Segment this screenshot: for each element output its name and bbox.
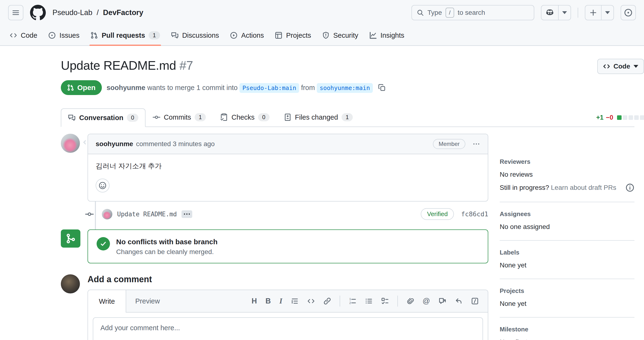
italic-button[interactable]: I <box>279 297 282 305</box>
breadcrumb-repo[interactable]: DevFactory <box>103 8 143 17</box>
pr-title-row: Update README.md #7 Code <box>61 57 644 74</box>
checklist-icon <box>220 113 228 121</box>
pr-status-row: Open soohyunme wants to merge 1 commit i… <box>61 80 488 95</box>
diff-stat[interactable]: +1 −0 <box>596 114 644 121</box>
nav-tab-discussions[interactable]: Discussions <box>167 25 224 45</box>
member-badge: Member <box>433 139 465 149</box>
issue-opened-icon <box>624 8 632 17</box>
pr-number: #7 <box>179 59 193 72</box>
pr-author-link[interactable]: soohyunme <box>106 84 146 92</box>
copilot-chat-button[interactable] <box>542 6 558 20</box>
tasklist-button[interactable] <box>381 297 389 305</box>
saved-replies-button[interactable] <box>471 297 479 305</box>
check-icon <box>96 237 110 250</box>
comment-thread: soohyunme commented 3 minutes ago Member… <box>61 134 488 201</box>
diff-blocks <box>617 115 644 120</box>
mention-button[interactable]: @ <box>423 297 430 305</box>
graph-icon <box>369 32 377 39</box>
reply-button[interactable] <box>455 297 462 305</box>
comment-meta[interactable]: commented 3 minutes ago <box>136 140 215 148</box>
nav-tab-projects[interactable]: Projects <box>270 25 315 45</box>
add-comment-section: Add a comment Write Preview H B I <box>61 274 488 340</box>
editor-header: Write Preview H B I <box>88 290 488 312</box>
commit-message-link[interactable]: Update README.md <box>117 211 177 218</box>
cross-reference-button[interactable] <box>439 297 446 305</box>
bold-button[interactable]: B <box>266 297 271 305</box>
pr-sidebar: Reviewers No reviews Still in progress? … <box>500 155 634 340</box>
comment-header: soohyunme commented 3 minutes ago Member <box>88 134 488 154</box>
editor-body: Add your comment here... <box>88 312 488 340</box>
nav-tab-actions[interactable]: Actions <box>226 25 268 45</box>
tab-preview[interactable]: Preview <box>126 290 169 312</box>
commit-sha-link[interactable]: fc86cd1 <box>461 210 488 218</box>
commit-section: Update README.md Verified fc86cd1 <box>61 201 488 229</box>
comment-options-button[interactable] <box>472 140 480 148</box>
hamburger-icon <box>12 9 20 17</box>
reply-icon <box>455 297 462 305</box>
nav-tab-label: Pull requests <box>102 32 145 39</box>
comment-textarea[interactable]: Add your comment here... <box>93 317 483 340</box>
nav-tab-pull-requests[interactable]: Pull requests 1 <box>86 25 164 45</box>
deletions-count: −0 <box>606 114 613 121</box>
nav-tab-code[interactable]: Code <box>5 25 42 45</box>
sidebar-section-milestone: Milestone No milestone <box>500 317 634 340</box>
slash-box-icon <box>471 297 479 305</box>
info-button[interactable] <box>626 183 634 192</box>
avatar[interactable] <box>61 134 80 153</box>
tab-files-changed[interactable]: Files changed 1 <box>277 108 360 127</box>
draft-prs-link[interactable]: Learn about draft PRs <box>551 184 616 191</box>
code-button[interactable] <box>307 297 315 305</box>
heading-button[interactable]: H <box>252 297 257 305</box>
tab-checks[interactable]: Checks 0 <box>213 108 276 127</box>
sidebar-heading[interactable]: Reviewers <box>500 158 634 165</box>
tab-commits[interactable]: Commits 1 <box>146 108 213 127</box>
search-icon <box>417 9 424 16</box>
nav-tab-insights[interactable]: Insights <box>365 25 408 45</box>
nav-tab-security[interactable]: Security <box>318 25 362 45</box>
sidebar-heading[interactable]: Milestone <box>500 326 634 333</box>
code-dropdown-button[interactable]: Code <box>597 59 644 74</box>
comment-card: soohyunme commented 3 minutes ago Member… <box>88 134 488 201</box>
nav-tab-issues[interactable]: Issues <box>44 25 84 45</box>
base-branch-label[interactable]: Pseudo-Lab:main <box>240 83 299 93</box>
quote-button[interactable] <box>291 297 299 305</box>
github-logo-icon[interactable] <box>30 5 46 21</box>
commit-description-toggle[interactable] <box>182 210 192 218</box>
head-branch-label[interactable]: soohyunme:main <box>317 83 373 93</box>
create-new-plus-button[interactable] <box>585 6 602 20</box>
pull-requests-counter: 1 <box>148 31 160 39</box>
pr-tabbar: Conversation 0 Commits 1 Checks 0 Files … <box>61 108 634 127</box>
search-input[interactable]: Type / to search <box>412 5 534 20</box>
breadcrumb: Pseudo-Lab / DevFactory <box>52 8 143 17</box>
sidebar-value: No milestone <box>500 338 634 340</box>
add-reaction-button[interactable] <box>96 179 110 192</box>
comment-body: 김러너 자기소개 추가 <box>88 154 488 201</box>
sidebar-heading[interactable]: Projects <box>500 287 634 295</box>
copy-branch-button[interactable] <box>378 84 386 92</box>
svg-text:2: 2 <box>349 301 351 305</box>
hamburger-menu-button[interactable] <box>8 5 23 20</box>
avatar[interactable] <box>61 274 80 293</box>
copilot-menu-button[interactable] <box>558 6 570 20</box>
nav-tab-label: Projects <box>286 32 311 39</box>
unordered-list-button[interactable] <box>365 297 372 305</box>
nav-tab-label: Actions <box>241 32 264 39</box>
verified-badge[interactable]: Verified <box>421 208 454 220</box>
sidebar-heading[interactable]: Labels <box>500 249 634 256</box>
sidebar-heading[interactable]: Assignees <box>500 210 634 218</box>
create-new-menu-button[interactable] <box>602 6 614 20</box>
issues-dashboard-button[interactable] <box>621 5 636 20</box>
ordered-list-button[interactable]: 12 <box>349 297 356 305</box>
tab-write[interactable]: Write <box>88 290 126 312</box>
link-button[interactable] <box>324 297 331 305</box>
link-icon <box>324 297 331 305</box>
commit-author-avatar[interactable] <box>102 209 112 219</box>
git-pull-request-icon <box>90 32 98 39</box>
breadcrumb-org[interactable]: Pseudo-Lab <box>52 8 92 17</box>
comment-discussion-icon <box>171 32 179 39</box>
attach-file-button[interactable] <box>406 297 414 305</box>
pr-state-badge: Open <box>61 80 102 95</box>
tab-conversation[interactable]: Conversation 0 <box>61 108 146 127</box>
comment-author-link[interactable]: soohyunme <box>96 140 133 148</box>
plus-icon <box>590 9 597 17</box>
